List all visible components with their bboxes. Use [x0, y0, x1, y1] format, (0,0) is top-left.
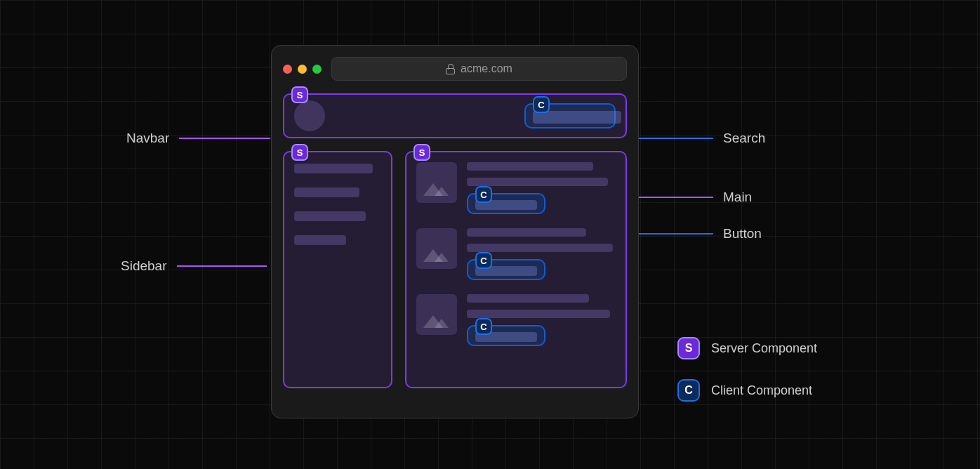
- client-badge-icon: C: [677, 379, 700, 402]
- sidebar-item: [294, 211, 366, 221]
- legend-server: S Server Component: [677, 337, 817, 359]
- button-region[interactable]: C: [467, 193, 545, 214]
- navbar-region: S C: [283, 93, 627, 138]
- annotation-line: [177, 265, 267, 267]
- client-badge-icon: C: [475, 252, 492, 269]
- url-bar[interactable]: acme.com: [331, 57, 627, 81]
- list-item: C: [416, 294, 616, 346]
- text-placeholder: [467, 228, 586, 237]
- text-placeholder: [467, 162, 593, 171]
- annotation-sidebar: Sidebar: [121, 258, 267, 274]
- server-badge-icon: S: [677, 337, 700, 359]
- traffic-lights: [283, 65, 322, 74]
- legend-client-label: Client Component: [711, 383, 812, 398]
- search-region[interactable]: C: [524, 103, 616, 128]
- close-dot-icon[interactable]: [283, 65, 292, 74]
- legend-client: C Client Component: [677, 379, 812, 402]
- sidebar-item: [294, 164, 373, 173]
- button-region[interactable]: C: [467, 259, 545, 280]
- image-placeholder-icon: [416, 294, 457, 335]
- maximize-dot-icon[interactable]: [312, 65, 322, 74]
- image-placeholder-icon: [416, 162, 457, 203]
- minimize-dot-icon[interactable]: [298, 65, 307, 74]
- text-placeholder: [467, 310, 610, 318]
- server-badge-icon: S: [291, 144, 308, 161]
- legend-server-label: Server Component: [711, 341, 817, 356]
- client-badge-icon: C: [475, 318, 492, 335]
- annotation-search-label: Search: [723, 131, 765, 146]
- lock-icon: [446, 64, 455, 74]
- browser-window: acme.com S C S S: [271, 45, 639, 418]
- server-badge-icon: S: [291, 86, 308, 103]
- annotation-sidebar-label: Sidebar: [121, 258, 167, 274]
- client-badge-icon: C: [475, 186, 492, 203]
- text-placeholder: [467, 244, 613, 252]
- text-placeholder: [467, 294, 589, 303]
- annotation-navbar: Navbar: [126, 131, 270, 146]
- browser-titlebar: acme.com: [283, 57, 627, 81]
- text-placeholder: [467, 178, 608, 186]
- annotation-line: [179, 138, 270, 139]
- list-item: C: [416, 228, 616, 280]
- annotation-main-label: Main: [723, 190, 752, 205]
- sidebar-region: S: [283, 151, 392, 388]
- list-item: C: [416, 162, 616, 214]
- columns: S S C: [283, 151, 627, 388]
- avatar-placeholder: [294, 100, 325, 131]
- client-badge-icon: C: [533, 96, 550, 113]
- server-badge-icon: S: [413, 144, 430, 161]
- annotation-line: [630, 197, 713, 198]
- image-placeholder-icon: [416, 228, 457, 269]
- annotation-button-label: Button: [723, 226, 762, 242]
- annotation-navbar-label: Navbar: [126, 131, 169, 146]
- url-text: acme.com: [461, 62, 512, 75]
- sidebar-item: [294, 235, 346, 245]
- sidebar-item: [294, 187, 359, 197]
- main-region: S C C: [405, 151, 627, 388]
- button-region[interactable]: C: [467, 325, 545, 346]
- annotation-main: Main: [630, 190, 752, 205]
